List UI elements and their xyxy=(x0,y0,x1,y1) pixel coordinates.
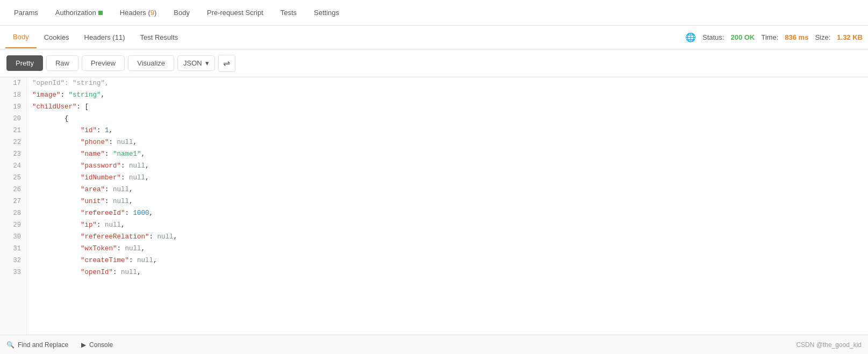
visualize-button[interactable]: Visualize xyxy=(128,55,174,71)
code-line: "createTime": null, xyxy=(32,255,863,266)
code-segment: : xyxy=(105,198,113,205)
code-segment: "unit" xyxy=(32,198,105,205)
code-segment: : xyxy=(105,150,113,158)
code-segment: , xyxy=(129,186,133,193)
code-segment: "password" xyxy=(32,162,121,170)
tab-headers[interactable]: Headers (9) xyxy=(111,1,166,24)
preview-button[interactable]: Preview xyxy=(82,55,125,71)
code-line: "childUser": [ xyxy=(32,101,863,113)
code-segment: : xyxy=(113,269,121,276)
code-line: "openId": "string", xyxy=(32,77,863,89)
code-segment: , xyxy=(141,150,146,158)
line-number: 20 xyxy=(0,113,26,125)
code-segment: "refereeId" xyxy=(32,209,125,217)
code-segment: , xyxy=(174,233,178,241)
code-line: "id": 1, xyxy=(32,125,863,136)
format-label: JSON xyxy=(183,59,202,67)
line-number: 21 xyxy=(0,125,26,136)
tab-tests[interactable]: Tests xyxy=(272,1,305,24)
code-segment: null xyxy=(137,257,153,264)
line-number: 30 xyxy=(0,231,26,243)
code-segment: , xyxy=(153,257,157,264)
code-segment: "image" xyxy=(32,91,61,99)
console-icon: ▶ xyxy=(81,341,86,349)
size-label: Size: xyxy=(815,33,830,41)
code-line: { xyxy=(32,113,863,125)
code-line: "refereeRelation": null, xyxy=(32,231,863,243)
code-segment: null xyxy=(157,233,174,241)
code-segment: : xyxy=(117,245,125,252)
code-segment: "openId" xyxy=(32,269,113,276)
find-replace-label: Find and Replace xyxy=(18,341,68,349)
line-number: 31 xyxy=(0,243,26,255)
code-segment: : xyxy=(121,174,129,182)
line-number: 32 xyxy=(0,255,26,266)
subtab-body[interactable]: Body xyxy=(5,26,37,48)
code-segment: "id" xyxy=(32,127,97,134)
code-segment: "ip" xyxy=(32,221,97,229)
auth-indicator xyxy=(98,11,103,15)
line-number: 17 xyxy=(0,77,26,89)
code-segment: : xyxy=(61,91,69,99)
code-segment: "string" xyxy=(69,91,101,99)
code-segment: , xyxy=(149,209,154,217)
code-segment: "name1" xyxy=(113,150,141,158)
code-segment: null xyxy=(105,221,121,229)
code-segment: "phone" xyxy=(32,139,109,146)
top-tab-bar: Params Authorization Headers (9) Body Pr… xyxy=(0,0,868,26)
tab-params[interactable]: Params xyxy=(5,1,47,24)
tab-pre-request[interactable]: Pre-request Script xyxy=(198,1,272,24)
line-number: 23 xyxy=(0,148,26,160)
console-label: Console xyxy=(89,341,113,349)
code-segment: , xyxy=(109,127,113,134)
wrap-button[interactable]: ⇌ xyxy=(218,55,235,72)
code-segment: null xyxy=(121,269,137,276)
code-segment: null xyxy=(113,198,129,205)
size-value: 1.32 KB xyxy=(837,33,863,41)
code-segment: "openId": "string", xyxy=(32,80,109,87)
line-number: 27 xyxy=(0,196,26,207)
code-segment: : xyxy=(129,257,137,264)
time-value: 836 ms xyxy=(785,33,808,41)
code-line: "idNumber": null, xyxy=(32,172,863,184)
code-segment: : xyxy=(109,139,117,146)
find-replace-button[interactable]: 🔍 Find and Replace xyxy=(6,341,68,349)
raw-button[interactable]: Raw xyxy=(46,55,78,71)
code-segment: "area" xyxy=(32,186,105,193)
globe-icon: 🌐 xyxy=(685,32,696,42)
pretty-button[interactable]: Pretty xyxy=(6,55,43,71)
code-segment: null xyxy=(129,174,145,182)
line-number: 26 xyxy=(0,184,26,196)
code-segment: "childUser" xyxy=(32,103,77,111)
tab-settings[interactable]: Settings xyxy=(305,1,348,24)
line-number: 25 xyxy=(0,172,26,184)
code-line: "openId": null, xyxy=(32,266,863,278)
status-value: 200 OK xyxy=(730,33,755,41)
code-segment: { xyxy=(32,115,69,122)
code-segment: : xyxy=(105,186,113,193)
line-number: 28 xyxy=(0,207,26,219)
code-area: 1718192021222324252627282930313233 "open… xyxy=(0,77,868,335)
console-button[interactable]: ▶ Console xyxy=(81,341,113,349)
tab-authorization[interactable]: Authorization xyxy=(47,1,111,24)
code-segment: , xyxy=(145,162,149,170)
code-line: "refereeId": 1000, xyxy=(32,207,863,219)
code-segment: , xyxy=(101,91,105,99)
line-number: 22 xyxy=(0,136,26,148)
code-line: "wxToken": null, xyxy=(32,243,863,255)
response-meta: 🌐 Status: 200 OK Time: 836 ms Size: 1.32… xyxy=(685,32,863,42)
format-bar: Pretty Raw Preview Visualize JSON ▾ ⇌ xyxy=(0,49,868,77)
format-select[interactable]: JSON ▾ xyxy=(177,55,215,71)
code-segment: , xyxy=(141,245,146,252)
code-segment: , xyxy=(145,174,149,182)
subtab-test-results[interactable]: Test Results xyxy=(132,27,185,48)
subtab-headers[interactable]: Headers (11) xyxy=(77,27,133,48)
code-segment: "wxToken" xyxy=(32,245,117,252)
code-segment: , xyxy=(133,139,138,146)
subtab-cookies[interactable]: Cookies xyxy=(37,27,77,48)
code-segment: : [ xyxy=(77,103,89,111)
tab-body[interactable]: Body xyxy=(165,1,198,24)
bottom-bar: 🔍 Find and Replace ▶ Console CSDN @the_g… xyxy=(0,335,868,354)
code-line: "image": "string", xyxy=(32,89,863,101)
code-segment: , xyxy=(129,198,133,205)
